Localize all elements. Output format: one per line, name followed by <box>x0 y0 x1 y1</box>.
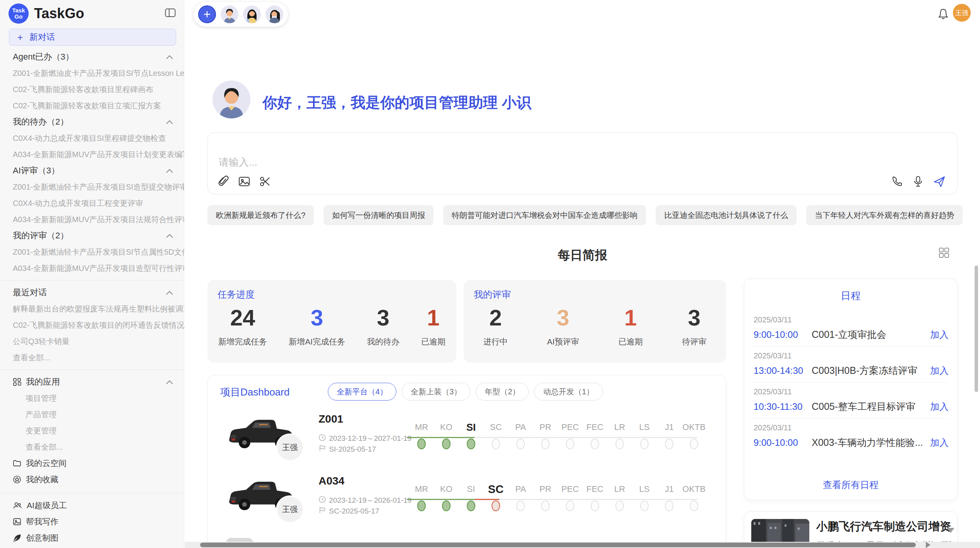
flag-text: SC-2025-05-17 <box>329 507 379 515</box>
agent-avatar-man[interactable] <box>221 5 238 23</box>
add-agent-button[interactable] <box>198 5 216 23</box>
recent-chat-item[interactable]: 解释最新出台的欧盟报废车法规再生塑料比例被调至15%... <box>0 301 184 317</box>
sidebar-task-item[interactable]: C02-飞腾新能源轻客改款项目立项汇报方案 <box>0 98 184 114</box>
agent-avatar-woman-dark[interactable] <box>266 5 283 23</box>
milestone-node-pending <box>516 500 525 511</box>
sidebar-task-item[interactable]: Z001-全新燃油皮卡产品开发项目SI节点Lesson Learn报告 <box>0 65 184 81</box>
attachment-icon[interactable] <box>218 175 230 188</box>
milestone-label: OKTB <box>682 421 706 433</box>
milestone-label: J1 <box>657 421 682 433</box>
app-menu-item[interactable]: 项目管理 <box>0 390 184 406</box>
vertical-scrollbar-thumb[interactable] <box>975 265 978 392</box>
sidebar-my-apps-section-label: 我的应用 <box>26 374 60 390</box>
sidebar-recent-section[interactable]: 最近对话 <box>0 284 184 301</box>
chevron-up-icon[interactable] <box>166 163 173 179</box>
sidebar-section-0[interactable]: Agent已办（3） <box>0 49 184 65</box>
chevron-up-icon[interactable] <box>166 284 173 301</box>
send-icon[interactable] <box>933 175 946 188</box>
sidebar-collapse-icon[interactable] <box>165 8 176 19</box>
sidebar-my-apps-section[interactable]: 我的应用 <box>0 374 184 390</box>
recent-chat-item[interactable]: 公司Q3轻卡销量 <box>0 333 184 349</box>
app-menu-item[interactable]: 产品管理 <box>0 406 184 423</box>
dashboard-tab-0[interactable]: 全新平台（4） <box>328 383 396 401</box>
suggestion-chip[interactable]: 当下年轻人对汽车外观有怎样的喜好趋势 <box>806 205 963 225</box>
sidebar-task-item[interactable]: C02-飞腾新能源轻客改款项目里程碑画布 <box>0 81 184 98</box>
join-meeting-link[interactable]: 加入 <box>930 329 949 341</box>
stat-value: 3 <box>289 305 345 330</box>
event-date: 2025/03/11 <box>754 423 949 432</box>
briefing-layout-icon[interactable] <box>938 247 950 260</box>
recent-chat-item[interactable]: 查看全部... <box>0 349 184 366</box>
scissors-icon[interactable] <box>259 175 271 188</box>
sidebar-section-2[interactable]: AI评审（3） <box>0 163 184 179</box>
sidebar-section-1[interactable]: 我的待办（2） <box>0 114 184 130</box>
chevron-up-icon[interactable] <box>166 114 173 130</box>
milestone-timeline: MRKOSISCPAPRPECFECLRLSJ1OKTB <box>409 472 719 534</box>
sidebar-item-favorites[interactable]: 我的收藏 <box>0 471 184 488</box>
suggestion-chip[interactable]: 比亚迪全固态电池计划具体说了什么 <box>656 205 797 225</box>
agent-avatar-woman-yellow[interactable] <box>243 5 261 23</box>
join-meeting-link[interactable]: 加入 <box>930 401 949 413</box>
sidebar-task-item[interactable]: A034-全新新能源MUV产品开发项目造型可行性评审 <box>0 260 184 276</box>
dashboard-tab-2[interactable]: 年型（2） <box>476 383 529 401</box>
milestone-label: SI <box>459 421 483 433</box>
notification-bell-icon[interactable] <box>937 8 949 22</box>
project-code: A034 <box>319 475 344 487</box>
scroll-down-arrow[interactable] <box>947 528 954 533</box>
logo-line1: Task <box>12 7 25 14</box>
suggestion-chip[interactable]: 欧洲新规最近颁布了什么? <box>207 205 314 225</box>
sidebar-item-help-me-write[interactable]: 帮我写作 <box>0 514 184 530</box>
suggestion-chip[interactable]: 如何写一份清晰的项目周报 <box>324 205 433 225</box>
chevron-up-icon[interactable] <box>166 374 173 390</box>
user-avatar[interactable]: 王强 <box>953 4 971 22</box>
recent-chat-item[interactable]: C02-飞腾新能源轻客改款项目的闭环通告反馈情况 <box>0 317 184 333</box>
sidebar-task-item[interactable]: C0X4-动力总成开发项目工程变更评审 <box>0 195 184 211</box>
milestone-OKTB: OKTB <box>682 483 706 511</box>
microphone-icon[interactable] <box>912 175 924 188</box>
project-owner-avatar: 王强 <box>277 497 303 522</box>
milestone-label: PEC <box>558 483 583 495</box>
milestone-J1: J1 <box>657 483 682 511</box>
scroll-right-arrow[interactable] <box>926 542 930 548</box>
image-upload-icon[interactable] <box>238 175 250 188</box>
join-meeting-link[interactable]: 加入 <box>930 365 949 377</box>
chat-input[interactable] <box>219 154 799 170</box>
chevron-up-icon[interactable] <box>166 228 173 244</box>
dashboard-tab-1[interactable]: 全新上装（3） <box>402 383 470 401</box>
app-menu-item[interactable]: 变更管理 <box>0 423 184 439</box>
event-time: 13:00-14:30 <box>754 365 812 376</box>
milestone-connector <box>549 499 574 500</box>
apps-grid-icon <box>13 378 21 386</box>
project-row-Z001[interactable]: 王强Z0012023-12-19～2027-01-19SI-2025-05-17… <box>208 410 726 472</box>
sidebar-section-3[interactable]: 我的评审（2） <box>0 228 184 244</box>
sidebar-item-creative-drawing[interactable]: 创意制图 <box>0 530 184 546</box>
sidebar-task-item[interactable]: Z001-全新燃油轻卡产品开发项目SI造型提交物评审 <box>0 179 184 195</box>
dashboard-tab-3[interactable]: 动总开发（1） <box>534 383 603 401</box>
view-all-schedule-link[interactable]: 查看所有日程 <box>744 479 957 491</box>
sidebar-task-item[interactable]: Z001-全新燃油轻卡产品开发项目SI节点属性5D文件评审 <box>0 244 184 260</box>
milestone-connector <box>425 437 450 438</box>
join-meeting-link[interactable]: 加入 <box>930 437 949 449</box>
milestone-node-alert <box>492 500 500 511</box>
sidebar-tool-label: AI超级员工 <box>27 497 67 514</box>
sidebar-task-item[interactable]: C0X4-动力总成开发项目SI里程碑提交物检查 <box>0 130 184 146</box>
chevron-up-icon[interactable] <box>166 49 173 65</box>
project-row-A034[interactable]: 王强A0342023-12-19～2026-01-19SC-2025-05-17… <box>208 472 726 534</box>
milestone-connector <box>450 499 475 500</box>
milestone-MR: MR <box>409 421 434 449</box>
milestone-label: MR <box>409 421 434 433</box>
app-logo: Task Go <box>9 3 29 24</box>
flag-text: SI-2025-05-17 <box>329 445 376 454</box>
milestone-node-pending <box>640 500 649 511</box>
sidebar-task-item[interactable]: A034-全新新能源MUV产品开发项目计划变更表编写 <box>0 146 184 163</box>
sidebar-item-cloud-space[interactable]: 我的云空间 <box>0 455 184 471</box>
horizontal-scrollbar-thumb[interactable] <box>200 543 916 547</box>
suggestion-chip[interactable]: 特朗普可能对进口汽车增税会对中国车企造成哪些影响 <box>443 205 646 225</box>
app-menu-item[interactable]: 查看全部... <box>0 439 184 455</box>
chat-composer <box>207 132 958 194</box>
sidebar-item-ai-super-staff[interactable]: AI超级员工 <box>0 497 184 514</box>
new-chat-button[interactable]: ＋ 新对话 <box>9 29 176 46</box>
voice-call-icon[interactable] <box>891 175 903 188</box>
sidebar-task-item[interactable]: A034-全新新能源MUV产品开发项目法规符合性评审 <box>0 211 184 228</box>
app-logo-row: Task Go TaskGo <box>9 3 176 24</box>
